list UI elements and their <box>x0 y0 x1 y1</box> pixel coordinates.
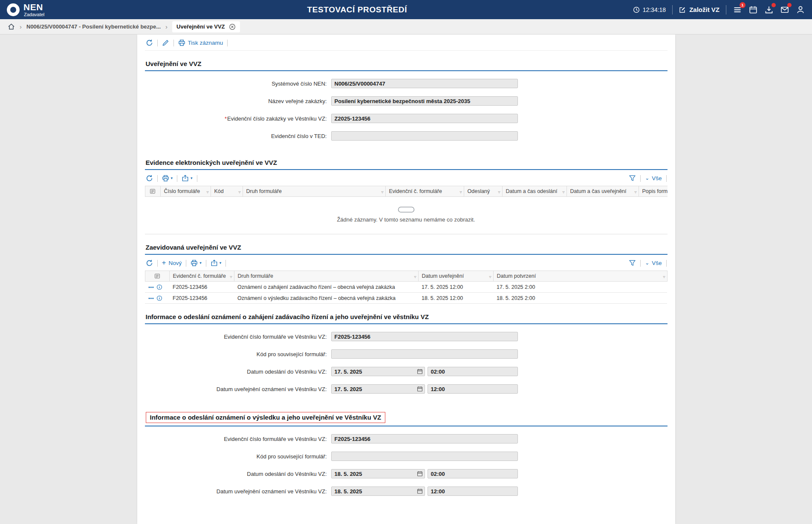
info-icon[interactable] <box>156 295 162 301</box>
print-record-button[interactable]: Tisk záznamu <box>178 39 223 46</box>
nen-logo[interactable]: NEN Zadavatel <box>7 3 81 17</box>
info-icon[interactable] <box>156 284 162 290</box>
downloads-button[interactable] <box>764 5 774 14</box>
column-header-datum-uverejneni[interactable]: Datum uveřejnění▿ <box>418 271 493 282</box>
print-record-label: Tisk záznamu <box>188 40 223 46</box>
export-grid-button[interactable]: ▾ <box>182 175 193 182</box>
column-header-evidencni-c-formulare[interactable]: Evidenční č. formuláře▿ <box>385 186 464 197</box>
empty-state-text: Žádné záznamy. V tomto seznamu nemáme co… <box>145 216 668 223</box>
refresh-button[interactable] <box>146 175 153 182</box>
column-settings-header[interactable] <box>145 186 160 197</box>
header-controls: 12:34:18 Založit VZ 1 <box>633 5 805 14</box>
systemove-cislo-nen-input[interactable] <box>331 79 518 88</box>
section-title-highlighted: Informace o odeslání oznámení o výsledku… <box>146 412 386 423</box>
filter-caret-icon[interactable]: ▿ <box>663 275 665 279</box>
column-header-kod[interactable]: Kód▿ <box>211 186 243 197</box>
print-grid-button[interactable]: ▾ <box>191 259 202 267</box>
column-settings-header[interactable] <box>145 271 169 282</box>
column-header-druh-formulare[interactable]: Druh formuláře▿ <box>243 186 385 197</box>
home-button[interactable] <box>8 23 15 30</box>
messages-button[interactable] <box>780 5 789 14</box>
chevron-down-icon: ⌄ <box>645 262 649 265</box>
filter-caret-icon[interactable]: ▿ <box>414 275 416 279</box>
column-header-datum-potvrzeni[interactable]: Datum potvrzení▿ <box>493 271 667 282</box>
calendar-icon[interactable] <box>417 488 423 494</box>
filter-caret-icon[interactable]: ▿ <box>489 275 491 279</box>
column-header-odeslany[interactable]: Odeslaný▿ <box>464 186 502 197</box>
calendar-icon[interactable] <box>417 471 423 477</box>
result-datum-odeslani-date-input[interactable] <box>331 469 425 478</box>
column-header-datum-cas-uverejneni[interactable]: Datum a čas uveřejnění▿ <box>566 186 639 197</box>
new-record-button[interactable]: + Nový <box>162 260 182 266</box>
result-evidencni-cislo-formulare-input[interactable] <box>331 434 518 443</box>
edit-record-button[interactable] <box>162 39 169 46</box>
evidence-grid-toolbar: ▾ ▾ ⌄ Vše <box>145 170 668 186</box>
evidence-table: Číslo formuláře▿ Kód▿ Druh formuláře▿ Ev… <box>145 186 668 197</box>
evidence-empty-state: Žádné záznamy. V tomto seznamu nemáme co… <box>145 197 668 234</box>
opening-datum-uverejneni-date-input[interactable] <box>331 384 425 394</box>
evidencni-cislo-zakazky-vestnik-input[interactable] <box>331 114 518 123</box>
row-menu-icon[interactable]: ••• <box>148 296 154 301</box>
result-kod-souvisejici-formular-input[interactable] <box>331 452 518 461</box>
column-header-evidencni-c-formulare[interactable]: Evidenční č. formuláře▿ <box>169 271 234 282</box>
table-row[interactable]: ••• F2025-123456 Oznámení o zahájení zad… <box>145 282 667 293</box>
refresh-button[interactable] <box>146 259 153 267</box>
field-label: Evidenční číslo v TED: <box>145 133 331 139</box>
column-header-druh-formulare[interactable]: Druh formuláře▿ <box>234 271 418 282</box>
form-row: Evidenční číslo formuláře ve Věstníku VZ… <box>145 434 668 443</box>
filter-button[interactable] <box>629 259 636 267</box>
column-header-popis-formulare[interactable]: Popis formuláře▿ <box>639 186 668 197</box>
record-toolbar: Tisk záznamu <box>145 35 668 51</box>
calendar-icon[interactable] <box>417 369 423 374</box>
filter-caret-icon[interactable]: ▿ <box>238 190 240 194</box>
result-datum-odeslani-time-input[interactable] <box>428 469 518 478</box>
breadcrumb-current-tab[interactable]: Uveřejnění ve VVZ <box>172 21 240 32</box>
opening-datum-odeslani-time-input[interactable] <box>428 367 518 376</box>
show-all-button[interactable]: ⌄ Vše <box>645 260 662 266</box>
pencil-icon <box>162 39 169 46</box>
app-name: NEN <box>23 3 44 12</box>
breadcrumb-parent[interactable]: N006/25/V00004747 - Posílení kybernetick… <box>26 23 161 30</box>
export-grid-button[interactable]: ▾ <box>211 259 222 267</box>
filter-caret-icon[interactable]: ▿ <box>459 190 462 194</box>
filter-caret-icon[interactable]: ▿ <box>206 190 208 194</box>
nazev-verejne-zakazky-input[interactable] <box>331 96 518 106</box>
filter-caret-icon[interactable]: ▿ <box>634 190 636 194</box>
filter-caret-icon[interactable]: ▿ <box>230 275 232 279</box>
filter-caret-icon[interactable]: ▿ <box>562 190 564 194</box>
table-row[interactable]: ••• F2025-123456 Oznámení o výsledku zad… <box>145 293 667 304</box>
result-datum-uverejneni-time-input[interactable] <box>428 487 518 496</box>
column-settings-icon <box>154 273 160 279</box>
column-header-cislo-formulare[interactable]: Číslo formuláře▿ <box>160 186 211 197</box>
close-icon[interactable] <box>229 23 236 30</box>
filter-caret-icon[interactable]: ▿ <box>498 190 500 194</box>
profile-button[interactable] <box>796 5 805 14</box>
cell-date-confirmed: 17. 5. 2025 2:00 <box>493 282 667 293</box>
show-all-button[interactable]: ⌄ Vše <box>645 175 662 181</box>
opening-evidencni-cislo-formulare-input[interactable] <box>331 332 518 341</box>
field-label: Kód pro související formulář: <box>145 453 331 460</box>
result-datum-uverejneni-date-input[interactable] <box>331 487 425 496</box>
show-all-label: Vše <box>652 260 662 266</box>
field-label: *Evidenční číslo zakázky ve Věstníku VZ: <box>145 115 331 122</box>
evidence-table-container: Číslo formuláře▿ Kód▿ Druh formuláře▿ Ev… <box>145 186 668 234</box>
calendar-icon[interactable] <box>417 386 423 392</box>
form-row: Datum odeslání do Věstníku VZ: <box>145 367 668 376</box>
print-grid-button[interactable]: ▾ <box>162 175 173 182</box>
column-header-datum-cas-odeslani[interactable]: Datum a čas odeslání▿ <box>502 186 566 197</box>
evidencni-cislo-ted-input[interactable] <box>331 131 518 141</box>
field-label: Datum odeslání do Věstníku VZ: <box>145 471 331 477</box>
filter-caret-icon[interactable]: ▿ <box>381 190 383 194</box>
refresh-button[interactable] <box>146 39 153 46</box>
opening-datum-uverejneni-time-input[interactable] <box>428 384 518 394</box>
export-icon <box>182 175 189 182</box>
field-label: Datum uveřejnění oznámení ve Věstníku VZ… <box>145 386 331 392</box>
main-menu-button[interactable]: 1 <box>733 5 742 14</box>
create-vz-button[interactable]: Založit VZ <box>679 6 720 13</box>
opening-kod-souvisejici-formular-input[interactable] <box>331 349 518 359</box>
refresh-icon <box>146 259 153 267</box>
row-menu-icon[interactable]: ••• <box>148 285 154 290</box>
opening-datum-odeslani-date-input[interactable] <box>331 367 425 376</box>
filter-button[interactable] <box>629 175 636 182</box>
calendar-button[interactable] <box>748 5 758 14</box>
